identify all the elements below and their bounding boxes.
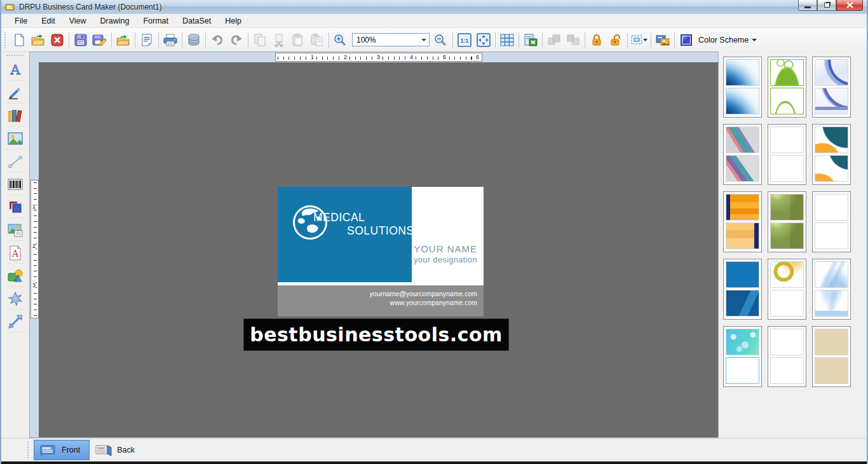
rectangles-tool[interactable] [4,196,26,218]
card-name-text[interactable]: YOUR NAME [414,243,477,254]
menu-help[interactable]: Help [218,15,248,27]
line-tool[interactable] [4,151,26,172]
fit-to-window-icon [476,32,491,48]
template-thumbnail[interactable] [768,191,806,252]
bring-to-front-button[interactable] [545,31,564,49]
color-scheme-button[interactable] [677,31,696,49]
excel-export-icon [523,33,538,47]
card-blue-panel[interactable]: MEDICAL SOLUTIONS [278,187,412,282]
view-notes-button[interactable] [137,31,156,49]
toolbar: 100% 1:1 Color Scheme [1,28,867,51]
copy-button[interactable] [250,31,269,49]
close-button[interactable] [836,0,863,11]
zoom-in-button[interactable] [331,31,350,49]
tabbar-drag-handle[interactable] [27,442,30,458]
template-thumbnail[interactable] [812,326,851,387]
zoom-level-select[interactable]: 100% [352,33,430,46]
open-document-button[interactable] [29,31,48,49]
close-document-button[interactable] [48,31,67,49]
menu-drawing[interactable]: Drawing [93,15,137,27]
template-back-preview [815,290,848,317]
maximize-button[interactable] [817,0,836,11]
template-thumbnail[interactable] [768,326,806,387]
canvas-viewport: 1 2 3 4 5 6 1 2 3 MEDICAL [29,51,719,438]
template-front-preview [815,194,848,221]
new-document-button[interactable] [10,31,29,49]
tab-back[interactable]: Back [90,440,144,460]
books-icon [7,107,24,124]
zoom-out-button[interactable] [431,31,451,49]
wordart-tool[interactable]: A [4,242,26,264]
template-thumbnail[interactable] [723,57,762,118]
template-thumbnail[interactable] [812,191,851,252]
actual-size-button[interactable]: 1:1 [455,31,474,49]
card-contact-strip[interactable]: yourname@yourcompanyname.com www.yourcom… [278,285,484,317]
card-designation-text[interactable]: your designation [414,256,477,264]
lock-button[interactable] [587,31,606,49]
cut-button[interactable] [269,31,288,49]
database-button[interactable] [184,31,203,49]
template-back-preview [815,357,848,384]
undo-button[interactable] [208,31,227,49]
template-thumbnail[interactable] [723,124,762,185]
template-thumbnail[interactable] [768,259,806,320]
template-front-preview [770,59,804,86]
toolbar-drag-handle[interactable] [4,32,7,48]
template-back-preview [815,155,848,182]
paste-button[interactable] [288,31,308,49]
image-tool[interactable] [4,128,26,149]
template-front-preview [770,261,804,288]
template-thumbnail[interactable] [812,57,851,118]
template-thumbnail[interactable] [723,191,762,252]
picture-tool[interactable] [4,219,26,241]
pen-tool[interactable] [4,82,26,104]
template-thumbnail[interactable] [723,259,762,320]
save-as-button[interactable] [90,31,109,49]
text-tool[interactable]: A [4,59,26,81]
menu-dataset[interactable]: DataSet [175,15,218,27]
menu-view[interactable]: View [62,15,93,27]
selection-options-button[interactable] [630,31,649,49]
minimize-button[interactable] [798,0,817,11]
template-thumbnail[interactable] [812,259,851,320]
fit-to-window-button[interactable] [474,31,493,49]
shapes-icon [7,268,24,284]
close-icon [846,2,853,8]
window-bottom-border [1,461,867,464]
image-icon [7,130,24,147]
barcode-tool[interactable] [4,174,26,195]
export-design-button[interactable] [114,31,133,49]
cut-icon [272,33,286,47]
paste-special-button[interactable] [308,31,327,49]
template-thumbnail[interactable] [812,124,851,185]
template-back-preview [770,155,804,182]
menu-format[interactable]: Format [136,15,175,27]
sidebar-drag-handle[interactable] [6,54,24,57]
send-to-back-button[interactable] [564,31,583,49]
template-thumbnail[interactable] [723,326,762,387]
redo-button[interactable] [227,31,246,49]
arrow-tool[interactable] [4,311,26,332]
template-thumbnail[interactable] [768,124,806,185]
print-button[interactable] [161,31,180,49]
open-folder-icon [31,33,46,47]
star-tool[interactable] [4,288,26,310]
unlock-button[interactable] [606,31,625,49]
menu-edit[interactable]: Edit [34,15,62,27]
horizontal-ruler: 1 2 3 4 5 6 [275,53,482,62]
business-card-canvas[interactable]: MEDICAL SOLUTIONS YOUR NAME your designa… [278,187,484,317]
template-panel [718,51,867,438]
shapes-tool[interactable] [4,265,26,287]
zoom-in-icon [333,33,348,47]
menu-file[interactable]: File [8,15,34,27]
library-tool[interactable] [4,105,26,126]
tab-front[interactable]: Front [34,440,90,460]
save-button[interactable] [71,31,90,49]
export-excel-button[interactable] [521,31,540,49]
color-scheme-dropdown[interactable]: Color Scheme [698,36,757,44]
show-grid-button[interactable] [498,31,517,49]
template-front-preview [726,329,759,355]
template-thumbnail[interactable] [768,57,806,118]
template-front-preview [770,329,804,355]
card-preview-button[interactable] [653,31,672,49]
